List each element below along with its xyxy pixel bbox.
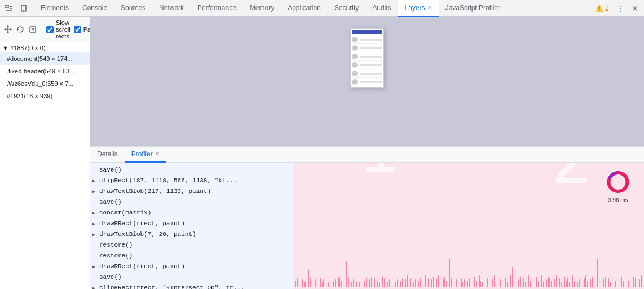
- timeline-bar-item: [551, 281, 552, 287]
- profiler-content: save() clipRect(187, 1118, 566, 1138, "k…: [90, 163, 644, 289]
- timeline-bar-item: [391, 275, 391, 287]
- layer-item-fixed-header[interactable]: .fixed-header(549 × 63...: [0, 65, 90, 77]
- pan-button[interactable]: [3, 23, 12, 36]
- timeline-bar-item: [448, 282, 448, 287]
- timeline-bar-item: [319, 281, 319, 287]
- inspect-element-button[interactable]: [2, 2, 16, 15]
- timeline-bar-item: [480, 281, 481, 287]
- timeline-bar-item: [564, 277, 565, 287]
- timeline-bar-item: [630, 282, 630, 287]
- timeline-bar-item: [621, 277, 622, 287]
- left-panel: Slow scroll rects Paints ▼ #1887(0 × 0) …: [0, 17, 90, 289]
- layer-item-1921[interactable]: #1921(16 × 939): [0, 90, 90, 102]
- timeline-bar-item: [407, 275, 408, 287]
- timeline-bar-item: [384, 278, 385, 287]
- code-item-3: save(): [90, 197, 293, 208]
- right-section: Details Profiler ✕ save() clipRect(187, …: [90, 17, 644, 289]
- thumbnail-line-1: [360, 39, 382, 41]
- tab-sources[interactable]: Sources: [114, 0, 152, 17]
- timeline-bar-item: [317, 275, 317, 287]
- tab-layers-close[interactable]: ✕: [427, 5, 432, 11]
- tab-profiler-close[interactable]: ✕: [155, 151, 160, 157]
- tab-application[interactable]: Application: [281, 0, 328, 17]
- layer-item-wz6[interactable]: .Wz6esVdu_0(559 × 7...: [0, 77, 90, 90]
- timeline-bar-item: [608, 278, 609, 287]
- timeline-bar-item: [596, 282, 596, 287]
- timeline-bar-item: [587, 281, 588, 287]
- rotate-button[interactable]: [16, 23, 25, 36]
- paints-checkbox[interactable]: [74, 26, 81, 33]
- slow-scroll-label: Slow scroll rects: [56, 19, 70, 40]
- timeline-bar-item: [374, 278, 375, 287]
- timeline-bar-item: [339, 278, 340, 287]
- timeline-bar-item: [599, 278, 599, 287]
- tab-details[interactable]: Details: [90, 147, 125, 163]
- timeline-bar-item: [395, 282, 396, 287]
- tab-js-profiler[interactable]: JavaScript Profiler: [439, 0, 507, 17]
- timeline-bar-item: [399, 277, 399, 287]
- timeline-bar-item: [584, 278, 585, 287]
- paints-checkbox-label[interactable]: Paints: [74, 26, 90, 33]
- timeline-bar-item: [325, 277, 325, 287]
- tab-security[interactable]: Security: [328, 0, 365, 17]
- tab-elements[interactable]: Elements: [34, 0, 76, 17]
- timeline-bar-item: [548, 277, 549, 287]
- timeline-bar-item: [387, 282, 388, 287]
- timeline-bar-item: [589, 282, 589, 287]
- tab-console[interactable]: Console: [76, 0, 114, 17]
- warning-count: 2: [605, 5, 609, 12]
- tab-profiler[interactable]: Profiler ✕: [125, 147, 166, 163]
- timeline-bar-item: [348, 278, 349, 287]
- timeline-bar-item: [364, 281, 365, 287]
- thumbnail-avatar-5: [352, 71, 358, 76]
- timeline-bar-item: [436, 278, 437, 287]
- tab-layers[interactable]: Layers ✕: [398, 0, 439, 17]
- timeline-bar-item: [619, 282, 619, 287]
- timeline-bar-item: [369, 279, 370, 287]
- thumbnail-line-3: [360, 56, 382, 58]
- timeline-bar-item: [563, 279, 563, 287]
- timeline-bar-item: [499, 282, 499, 287]
- timeline-bar-item: [491, 282, 491, 287]
- root-arrow: ▼: [2, 45, 10, 51]
- tab-performance[interactable]: Performance: [191, 0, 243, 17]
- close-devtools-button[interactable]: ✕: [628, 2, 642, 15]
- timeline-bar-item: [320, 278, 321, 287]
- timeline-bar-item: [338, 277, 339, 287]
- timeline-bar-item: [301, 275, 301, 287]
- timeline-bar-item: [597, 259, 598, 287]
- timeline-bar-item: [415, 279, 416, 287]
- svg-rect-0: [6, 5, 8, 8]
- warning-button[interactable]: ⚠️ 2: [592, 5, 612, 12]
- timeline-bar-item: [302, 279, 303, 287]
- more-options-button[interactable]: ⋮: [614, 2, 627, 15]
- device-toggle-button[interactable]: [17, 2, 30, 15]
- layer-item-document[interactable]: #document(549 × 174...: [0, 52, 90, 65]
- reset-button[interactable]: [28, 23, 37, 36]
- timeline-bar-item: [392, 281, 392, 287]
- tab-end-icons: ⚠️ 2 ⋮ ✕: [592, 2, 642, 15]
- timeline-bar-item: [442, 282, 442, 287]
- timeline-bar-item: [579, 279, 580, 287]
- timeline-bar-item: [307, 277, 307, 287]
- timeline-bar-item: [409, 267, 409, 287]
- layer-tree-root[interactable]: ▼ #1887(0 × 0): [0, 42, 90, 52]
- tab-audits[interactable]: Audits: [365, 0, 398, 17]
- tab-memory[interactable]: Memory: [243, 0, 281, 17]
- timeline-bar-item: [500, 279, 501, 287]
- code-list[interactable]: save() clipRect(187, 1118, 566, 1138, "k…: [90, 163, 293, 289]
- slow-scroll-checkbox[interactable]: [46, 26, 54, 33]
- timeline-bar-item: [576, 278, 576, 287]
- timeline-bar-item: [353, 279, 354, 287]
- timeline-bar-item: [455, 282, 455, 287]
- timeline-bar-item: [456, 279, 457, 287]
- slow-scroll-checkbox-label[interactable]: Slow scroll rects: [46, 19, 70, 40]
- timeline-bar-item: [420, 278, 421, 287]
- timeline-bar-item: [583, 281, 583, 287]
- timeline-bar-item: [581, 277, 581, 287]
- timeline-bars: [293, 255, 644, 289]
- timeline-bar-item: [530, 281, 531, 287]
- tab-network[interactable]: Network: [152, 0, 191, 17]
- timeline-bar-item: [413, 282, 414, 287]
- timeline-bar-item: [425, 275, 426, 287]
